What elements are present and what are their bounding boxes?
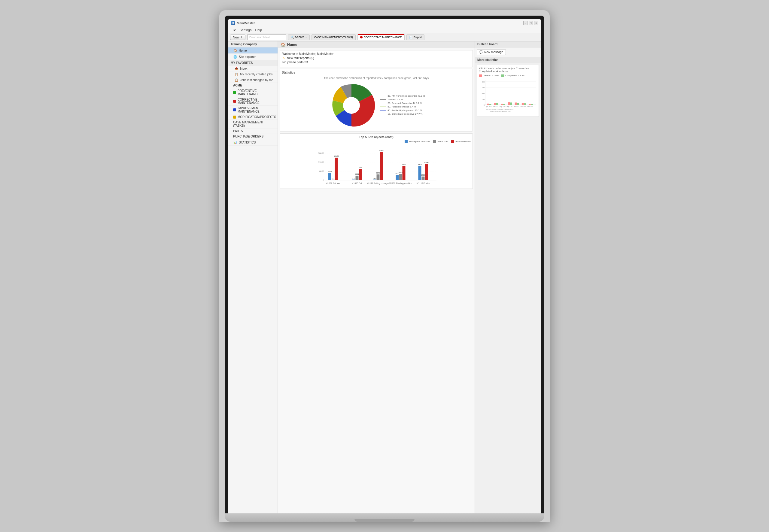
svg-rect-74 [529, 104, 531, 105]
pie-chart [327, 81, 375, 129]
svg-rect-24 [373, 180, 376, 180]
svg-text:12000: 12000 [318, 161, 324, 163]
kpi-legend-created: Created # Jobs [479, 74, 499, 77]
svg-text:6000: 6000 [319, 170, 324, 172]
close-button[interactable]: × [534, 21, 538, 25]
menu-file[interactable]: File [231, 28, 236, 32]
screen: M MaintMaster − □ × File Settings Help [228, 19, 541, 513]
svg-text:3873: 3873 [376, 172, 380, 174]
sidebar-item-jobs-changed[interactable]: 📋 Jobs last changed by me [228, 77, 277, 83]
menu-settings[interactable]: Settings [240, 28, 252, 32]
notifications-panel: Welcome to MaintMaster, MaintMaster! ⚠ N… [280, 50, 473, 67]
sidebar-item-preventive[interactable]: PREVENTIVE MAINTENANCE [228, 88, 277, 97]
svg-text:353: 353 [352, 177, 355, 179]
my-favorites-title: MY FAVORITES [228, 60, 277, 66]
svg-rect-17 [352, 180, 355, 180]
tab-case-management[interactable]: CASE MANAGEMENT (TASKS) [311, 34, 356, 40]
svg-text:M1232 Riveting machine: M1232 Riveting machine [389, 182, 412, 185]
site-explorer-icon: 🌐 [233, 55, 237, 59]
notification-fault-reports[interactable]: ⚠ New fault reports (5) [282, 56, 470, 60]
svg-text:M1178 Rolling conveyor: M1178 Rolling conveyor [367, 182, 390, 185]
kpi-title: KPI #1 Work order volume (as Created vs.… [479, 67, 537, 73]
svg-rect-62 [501, 104, 503, 105]
legend-item-labor: Labor cost [433, 140, 448, 143]
svg-text:9402: 9402 [418, 164, 422, 165]
sidebar-item-acme[interactable]: ACME [228, 83, 277, 88]
minimize-button[interactable]: − [523, 21, 528, 25]
tab-corrective-maintenance[interactable]: CORRECTIVE MAINTENANCE [357, 34, 405, 40]
svg-text:0: 0 [323, 179, 324, 181]
svg-text:augusti 2021: augusti 2021 [492, 109, 500, 110]
svg-rect-60 [496, 103, 498, 105]
svg-rect-18 [356, 176, 359, 180]
svg-rect-75 [531, 104, 533, 105]
main-layout: Training Company 🏠 Home 🌐 Site explorer … [228, 41, 541, 513]
svg-rect-32 [399, 174, 402, 180]
svg-text:10680: 10680 [424, 162, 429, 164]
warning-icon: ⚠ [282, 56, 285, 60]
svg-text:18960: 18960 [379, 150, 384, 151]
svg-text:aug 2021: aug 2021 [500, 106, 506, 107]
spare-color [405, 140, 408, 143]
search-button[interactable]: 🔍 Search... [288, 34, 310, 40]
sidebar-item-home[interactable]: 🏠 Home [228, 47, 277, 54]
svg-text:jun 2021: jun 2021 [486, 106, 492, 107]
sidebar-item-modification[interactable]: MODIFICATION/PROJECTS [228, 114, 277, 120]
statistics-icon: 📊 [233, 140, 237, 144]
sidebar-item-improvement[interactable]: IMPROVEMENT MAINTENANCE [228, 106, 277, 114]
app-window: M MaintMaster − □ × File Settings Help [228, 19, 541, 513]
home-icon: 🏠 [233, 48, 237, 53]
sidebar-item-corrective[interactable]: CORRECTIVE MAINTENANCE [228, 97, 277, 106]
new-dropdown-arrow: ▼ [240, 36, 243, 38]
svg-text:18000: 18000 [318, 152, 324, 154]
improvement-dot [233, 108, 236, 111]
legend-rest: The rest 0.4 % [380, 98, 425, 101]
notification-no-jobs: No jobs to perform! [282, 61, 470, 64]
top5-title: Top 5 Site objects (cost) [282, 135, 471, 139]
svg-text:december 2021: december 2021 [505, 109, 514, 110]
svg-text:400: 400 [482, 92, 485, 94]
sidebar-item-site-explorer[interactable]: 🌐 Site explorer [228, 54, 277, 60]
search-input-box[interactable]: Enter search text [247, 34, 286, 40]
sidebar-item-purchase-orders[interactable]: PURCHASE ORDERS [228, 134, 277, 139]
title-bar-left: M MaintMaster [231, 21, 255, 25]
legend-pm: 30. PM Performed accordin 42.2 % [380, 95, 425, 97]
kpi-bar-chart: 0 200 400 600 800 jun 2021 [479, 78, 537, 114]
svg-text:2991: 2991 [355, 173, 359, 175]
screen-bezel: M MaintMaster − □ × File Settings Help [225, 16, 544, 513]
svg-rect-26 [380, 152, 383, 180]
window-controls: − □ × [523, 21, 538, 25]
new-message-button[interactable]: 💬 New message [477, 49, 506, 55]
svg-rect-40 [425, 164, 428, 180]
labor-color [433, 140, 436, 143]
bulletin-board: Bulletin board 💬 New message [475, 41, 541, 57]
sidebar-item-parts[interactable]: PARTS [228, 128, 277, 134]
sidebar-item-statistics[interactable]: 📊 STATISTICS [228, 139, 277, 146]
svg-point-0 [343, 97, 360, 114]
svg-rect-69 [517, 103, 519, 105]
svg-text:2389: 2389 [421, 174, 426, 176]
svg-text:200: 200 [482, 98, 485, 100]
sidebar-item-recent-jobs[interactable]: 📋 My recently created jobs [228, 71, 277, 77]
sidebar-item-inbox[interactable]: 📥 Inbox [228, 66, 277, 71]
menu-help[interactable]: Help [255, 28, 262, 32]
svg-rect-71 [522, 103, 524, 105]
svg-rect-31 [396, 175, 399, 180]
content-area: 🏠 Home Welcome to MaintMaster, MaintMast… [278, 41, 475, 513]
statistics-panel: Statistics The chart shows the distribut… [280, 69, 473, 131]
svg-text:juli 2021: juli 2021 [493, 106, 498, 107]
bar-chart-legend: Item/spare part cost Labor cost Downtime… [282, 140, 471, 143]
legend-deferred: 20. Deferred Corrective M 6.2 % [380, 102, 425, 104]
maximize-button[interactable]: □ [529, 21, 533, 25]
new-button[interactable]: New ▼ [230, 35, 245, 40]
svg-rect-57 [489, 104, 492, 105]
svg-text:nov 2021: nov 2021 [521, 106, 527, 107]
svg-text:600: 600 [482, 87, 485, 89]
bulletin-content: 💬 New message [475, 47, 541, 57]
company-name: Training Company [228, 41, 277, 47]
sidebar: Training Company 🏠 Home 🌐 Site explorer … [228, 41, 278, 513]
completed-color-box [501, 74, 504, 77]
tab-report[interactable]: 📄 Report [407, 34, 425, 40]
jobs-changed-icon: 📋 [234, 78, 238, 82]
sidebar-item-case-management[interactable]: CASE MANAGEMENT (TASKS) [228, 120, 277, 128]
